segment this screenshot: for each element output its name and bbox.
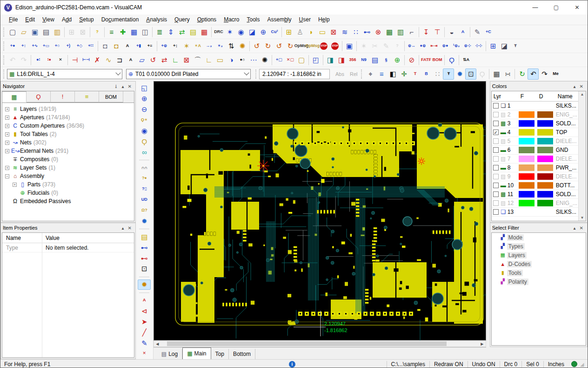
pad-matrix-button[interactable]: ∷: [350, 27, 361, 38]
print-button[interactable]: ▤: [40, 27, 52, 38]
layer-row-1[interactable]: ❏1SILKS...: [492, 102, 578, 110]
film-export-button[interactable]: ◒: [446, 27, 457, 38]
swap-item-button[interactable]: ⇄: [159, 55, 170, 66]
layer-row-13[interactable]: ❏13SILKS...: [492, 208, 578, 217]
view-undo-button[interactable]: ↶: [528, 68, 539, 80]
resize-frame-button[interactable]: ▭: [214, 55, 226, 66]
scroll-down-icon[interactable]: ▼: [581, 216, 584, 220]
layer-row-4[interactable]: ✓▬4TOP: [492, 128, 578, 137]
rotate-180-button[interactable]: ↻: [262, 41, 274, 52]
filter-item-polarity[interactable]: ▞Polarity: [492, 277, 586, 286]
net-box-button[interactable]: ⊠: [181, 55, 192, 66]
new-file-button[interactable]: ▢: [7, 27, 18, 38]
navigator-tab-board[interactable]: ▦: [2, 91, 27, 102]
pcb-drawing[interactable]: 2.120947-1.816862: [154, 82, 487, 341]
close-button[interactable]: ✕: [567, 0, 588, 14]
film-query-button[interactable]: ◫: [140, 27, 151, 38]
align-spread-button[interactable]: ⊹⊹: [473, 41, 484, 52]
view-tab-log[interactable]: ▤Log: [157, 349, 182, 359]
probe-key-button[interactable]: ✛: [398, 68, 409, 80]
view-tab-top[interactable]: Top: [211, 349, 229, 359]
layer-visible-checkbox[interactable]: [493, 183, 499, 188]
draw-color-swatch[interactable]: [537, 147, 553, 153]
draw-color-swatch[interactable]: [537, 102, 553, 109]
flash-color-swatch[interactable]: [519, 120, 535, 127]
markup-line-button[interactable]: ╱: [138, 327, 151, 337]
find-red-button[interactable]: ◨: [336, 55, 347, 66]
film-list-button[interactable]: ▤: [187, 27, 199, 38]
draw-color-swatch[interactable]: [537, 120, 553, 127]
join-middle-button[interactable]: ⇤⇥: [428, 41, 440, 52]
cancel-report-button[interactable]: ⊘: [406, 55, 417, 66]
corner-dash-button[interactable]: ∟: [203, 55, 214, 66]
mouse-mode-button[interactable]: ⌖: [365, 68, 376, 80]
layer-row-12[interactable]: ▨12ENIG_...: [492, 199, 578, 208]
plain-frame-button[interactable]: ▢: [296, 55, 307, 66]
layer-visible-checkbox[interactable]: [493, 200, 499, 206]
toolbar-grip[interactable]: [3, 55, 5, 65]
break-entry-button[interactable]: ⊣: [69, 55, 80, 66]
layer-row-2[interactable]: ▨2ENIG_...: [492, 110, 578, 119]
find-binocular-button[interactable]: ∩∩: [138, 163, 151, 173]
corner-snap-button[interactable]: ∟: [170, 55, 181, 66]
net-split-button[interactable]: ⊗: [373, 27, 384, 38]
expander-icon[interactable]: +: [5, 107, 9, 111]
import-down-button[interactable]: ↧: [421, 27, 432, 38]
scrollbar-thumb[interactable]: [167, 341, 447, 346]
expander-icon[interactable]: +: [5, 166, 9, 170]
filter-item-types[interactable]: ▞Types: [492, 242, 586, 251]
draw-color-swatch[interactable]: [537, 209, 553, 215]
film-table-button[interactable]: ▦: [199, 27, 210, 38]
add-route-button[interactable]: +∿: [29, 41, 40, 52]
info-icon[interactable]: i: [289, 361, 295, 368]
expander-icon[interactable]: +: [5, 141, 9, 145]
navigator-item-nets[interactable]: +↝Nets(302): [2, 138, 134, 147]
layer-generate-button[interactable]: ⇄: [176, 27, 187, 38]
beam-probe-button[interactable]: ◗: [306, 27, 317, 38]
explode-button[interactable]: ✺: [237, 41, 248, 52]
add-slot-button[interactable]: +▮: [133, 41, 144, 52]
measure-edges-button[interactable]: ⊷: [138, 253, 151, 263]
pcb-canvas[interactable]: 2.120947-1.816862: [154, 81, 486, 341]
query-omega-button[interactable]: Ω?: [138, 205, 151, 216]
scroll-left-icon[interactable]: ◀: [154, 342, 161, 346]
scroll-up-icon[interactable]: ▲: [581, 92, 584, 96]
cu-estimate-button[interactable]: Cu²: [269, 27, 280, 38]
add-vertex-button[interactable]: +↕: [18, 41, 29, 52]
order-pads-button[interactable]: ¹⊕₂: [451, 41, 462, 52]
add-origin-button[interactable]: +⊕: [159, 41, 170, 52]
center-view-button[interactable]: ⊞: [488, 41, 499, 52]
menu-file[interactable]: File: [5, 15, 21, 24]
draw-color-swatch[interactable]: [537, 182, 553, 189]
doc-export-button[interactable]: ◪: [247, 27, 258, 38]
flash-color-swatch[interactable]: [519, 111, 535, 118]
flash-color-swatch[interactable]: [519, 102, 535, 109]
filter-item-mode[interactable]: ▞Mode: [492, 233, 586, 242]
menu-documentation[interactable]: Documentation: [98, 15, 143, 24]
navigator-item-composites[interactable]: ∓Composites(0): [2, 155, 134, 164]
bom-report-button[interactable]: BOM: [432, 55, 443, 66]
layer-row-7[interactable]: ▨7DIELE...: [492, 155, 578, 164]
rotate-item-button[interactable]: ↺: [147, 55, 159, 66]
draw-color-swatch[interactable]: [537, 138, 553, 144]
pad-frame-button[interactable]: ▣: [344, 41, 355, 52]
stamp-add-button[interactable]: ◘: [111, 41, 122, 52]
measure-frame-button[interactable]: ⊡: [138, 264, 151, 274]
layer-bars-button[interactable]: ≡: [376, 68, 387, 80]
rel-toggle[interactable]: Rel: [347, 71, 361, 77]
navigator-item-fiducials[interactable]: ⊕Fiducials(0): [2, 189, 134, 197]
add-layer-button[interactable]: ✚: [117, 27, 128, 38]
measure-me-button[interactable]: Me: [550, 68, 561, 80]
menu-edit[interactable]: Edit: [21, 15, 39, 24]
net-export-button[interactable]: ⊕: [258, 27, 269, 38]
markup-arrow-button[interactable]: ➤: [138, 316, 151, 327]
layer-stackup-button[interactable]: ≣: [154, 27, 165, 38]
select-open-button[interactable]: ∶●: [44, 55, 55, 66]
draw-color-swatch[interactable]: [537, 111, 553, 118]
chain-dots-button[interactable]: ⋯: [248, 55, 259, 66]
cut-frame-button[interactable]: ✕▢: [285, 55, 296, 66]
help-button[interactable]: ?: [92, 27, 103, 38]
expander-icon[interactable]: −: [5, 174, 9, 178]
layer-row-10[interactable]: ▬10BOTT...: [492, 181, 578, 190]
online-globe-icon[interactable]: [571, 361, 577, 367]
